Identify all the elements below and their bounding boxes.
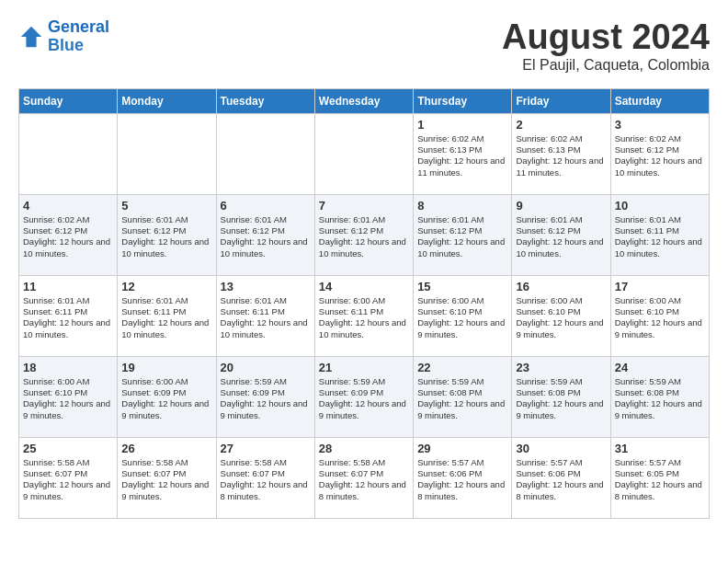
calendar-week-row: 4Sunrise: 6:02 AMSunset: 6:12 PMDaylight… (19, 194, 710, 275)
calendar-cell: 2Sunrise: 6:02 AMSunset: 6:13 PMDaylight… (512, 113, 610, 194)
calendar-cell: 4Sunrise: 6:02 AMSunset: 6:12 PMDaylight… (19, 194, 118, 275)
cell-text: Sunset: 6:11 PM (121, 306, 211, 317)
day-number: 6 (221, 199, 311, 213)
cell-text: Sunset: 6:08 PM (615, 387, 705, 398)
calendar-cell: 25Sunrise: 5:58 AMSunset: 6:07 PMDayligh… (19, 437, 118, 518)
calendar-cell: 27Sunrise: 5:58 AMSunset: 6:07 PMDayligh… (216, 437, 314, 518)
cell-text: Sunrise: 6:02 AM (23, 214, 113, 225)
day-number: 14 (319, 280, 409, 293)
cell-text: Sunset: 6:12 PM (319, 225, 409, 236)
logo: General Blue (18, 18, 109, 55)
weekday-header: Wednesday (314, 88, 413, 113)
cell-text: Sunset: 6:10 PM (615, 306, 705, 317)
cell-text: Daylight: 12 hours and 9 minutes. (615, 317, 705, 340)
calendar-cell: 3Sunrise: 6:02 AMSunset: 6:12 PMDaylight… (610, 113, 709, 194)
cell-text: Sunset: 6:06 PM (516, 468, 606, 479)
cell-text: Daylight: 12 hours and 8 minutes. (221, 479, 311, 502)
day-number: 30 (516, 442, 606, 455)
calendar-cell: 24Sunrise: 5:59 AMSunset: 6:08 PMDayligh… (610, 356, 709, 437)
cell-text: Daylight: 12 hours and 11 minutes. (516, 155, 606, 178)
cell-text: Sunrise: 5:59 AM (516, 376, 606, 387)
day-number: 25 (23, 442, 113, 455)
cell-text: Sunrise: 6:00 AM (615, 295, 705, 306)
cell-text: Sunset: 6:10 PM (516, 306, 606, 317)
day-number: 1 (417, 118, 507, 132)
day-number: 12 (121, 280, 211, 293)
cell-text: Sunset: 6:09 PM (221, 387, 311, 398)
cell-text: Daylight: 12 hours and 8 minutes. (417, 479, 507, 502)
cell-text: Sunset: 6:12 PM (615, 144, 705, 155)
cell-text: Sunrise: 6:02 AM (615, 133, 705, 144)
cell-text: Sunrise: 5:57 AM (615, 457, 705, 468)
calendar-cell (118, 113, 216, 194)
cell-text: Sunset: 6:11 PM (319, 306, 409, 317)
day-number: 18 (23, 361, 113, 374)
day-number: 21 (319, 361, 409, 374)
calendar-cell (314, 113, 413, 194)
cell-text: Sunrise: 6:00 AM (121, 376, 211, 387)
cell-text: Sunrise: 6:01 AM (23, 295, 113, 306)
cell-text: Daylight: 12 hours and 10 minutes. (121, 236, 211, 259)
cell-text: Sunset: 6:08 PM (516, 387, 606, 398)
calendar-cell (19, 113, 118, 194)
cell-text: Sunset: 6:13 PM (417, 144, 507, 155)
calendar-cell: 6Sunrise: 6:01 AMSunset: 6:12 PMDaylight… (216, 194, 314, 275)
cell-text: Sunset: 6:10 PM (417, 306, 507, 317)
day-number: 7 (319, 199, 409, 213)
day-number: 9 (516, 199, 606, 213)
cell-text: Daylight: 12 hours and 9 minutes. (516, 317, 606, 340)
logo-line1: General (48, 17, 109, 36)
day-number: 28 (319, 442, 409, 455)
cell-text: Sunset: 6:11 PM (23, 306, 113, 317)
cell-text: Sunrise: 5:57 AM (417, 457, 507, 468)
cell-text: Sunset: 6:05 PM (615, 468, 705, 479)
page-header: General Blue August 2024 El Paujil, Caqu… (18, 18, 710, 74)
cell-text: Sunrise: 6:01 AM (615, 214, 705, 225)
cell-text: Sunrise: 5:59 AM (319, 376, 409, 387)
cell-text: Daylight: 12 hours and 9 minutes. (221, 398, 311, 421)
page-title: August 2024 (502, 18, 710, 57)
calendar-cell: 26Sunrise: 5:58 AMSunset: 6:07 PMDayligh… (118, 437, 216, 518)
cell-text: Sunset: 6:12 PM (23, 225, 113, 236)
calendar-header-row: SundayMondayTuesdayWednesdayThursdayFrid… (19, 88, 710, 113)
weekday-header: Tuesday (216, 88, 314, 113)
calendar-cell: 21Sunrise: 5:59 AMSunset: 6:09 PMDayligh… (314, 356, 413, 437)
cell-text: Daylight: 12 hours and 9 minutes. (23, 398, 113, 421)
cell-text: Sunrise: 6:00 AM (417, 295, 507, 306)
calendar-cell: 18Sunrise: 6:00 AMSunset: 6:10 PMDayligh… (19, 356, 118, 437)
cell-text: Sunset: 6:12 PM (516, 225, 606, 236)
cell-text: Daylight: 12 hours and 10 minutes. (615, 155, 705, 178)
calendar-cell: 23Sunrise: 5:59 AMSunset: 6:08 PMDayligh… (512, 356, 610, 437)
cell-text: Daylight: 12 hours and 9 minutes. (417, 317, 507, 340)
day-number: 31 (615, 442, 705, 455)
calendar-cell: 19Sunrise: 6:00 AMSunset: 6:09 PMDayligh… (118, 356, 216, 437)
cell-text: Daylight: 12 hours and 9 minutes. (319, 398, 409, 421)
cell-text: Daylight: 12 hours and 10 minutes. (221, 317, 311, 340)
cell-text: Sunset: 6:07 PM (221, 468, 311, 479)
cell-text: Sunrise: 6:01 AM (121, 295, 211, 306)
calendar-cell: 1Sunrise: 6:02 AMSunset: 6:13 PMDaylight… (414, 113, 512, 194)
calendar-cell: 15Sunrise: 6:00 AMSunset: 6:10 PMDayligh… (414, 275, 512, 356)
cell-text: Sunset: 6:09 PM (121, 387, 211, 398)
day-number: 27 (221, 442, 311, 455)
cell-text: Sunset: 6:12 PM (221, 225, 311, 236)
cell-text: Daylight: 12 hours and 10 minutes. (23, 236, 113, 259)
cell-text: Daylight: 12 hours and 8 minutes. (516, 479, 606, 502)
calendar-cell: 10Sunrise: 6:01 AMSunset: 6:11 PMDayligh… (610, 194, 709, 275)
cell-text: Sunset: 6:09 PM (319, 387, 409, 398)
page-subtitle: El Paujil, Caqueta, Colombia (502, 57, 710, 74)
calendar-cell: 17Sunrise: 6:00 AMSunset: 6:10 PMDayligh… (610, 275, 709, 356)
calendar-cell: 29Sunrise: 5:57 AMSunset: 6:06 PMDayligh… (414, 437, 512, 518)
day-number: 19 (121, 361, 211, 374)
cell-text: Sunrise: 5:58 AM (221, 457, 311, 468)
day-number: 16 (516, 280, 606, 293)
calendar-week-row: 1Sunrise: 6:02 AMSunset: 6:13 PMDaylight… (19, 113, 710, 194)
cell-text: Sunset: 6:11 PM (221, 306, 311, 317)
cell-text: Sunset: 6:13 PM (516, 144, 606, 155)
cell-text: Sunrise: 6:01 AM (417, 214, 507, 225)
svg-marker-0 (21, 27, 41, 47)
cell-text: Sunrise: 5:58 AM (23, 457, 113, 468)
logo-icon (18, 24, 44, 50)
calendar-cell: 11Sunrise: 6:01 AMSunset: 6:11 PMDayligh… (19, 275, 118, 356)
calendar-table: SundayMondayTuesdayWednesdayThursdayFrid… (18, 88, 710, 519)
